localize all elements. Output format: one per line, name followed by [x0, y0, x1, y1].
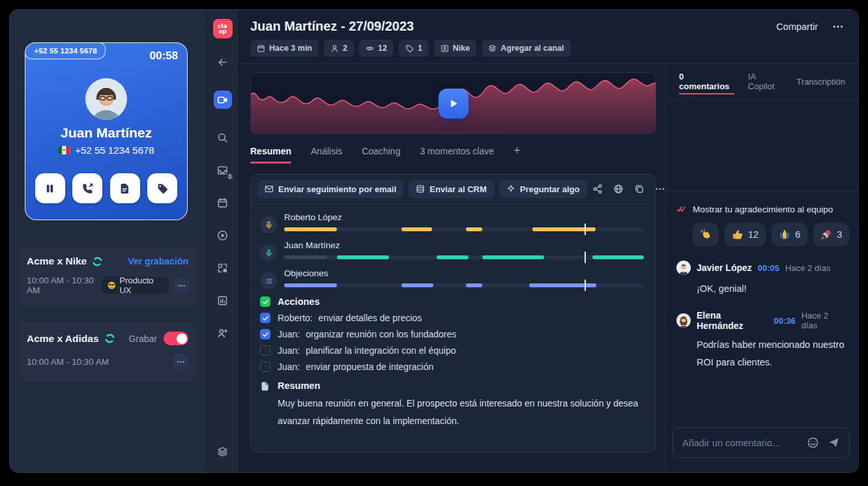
pause-call-button[interactable] [35, 173, 65, 203]
panel-tab-0-comentarios[interactable]: 0 comentarios [679, 64, 734, 99]
record-toggle[interactable] [164, 332, 188, 345]
reaction-button[interactable]: 6 [772, 223, 807, 246]
checkbox-checked[interactable] [260, 329, 270, 339]
mic-icon [265, 221, 273, 229]
speaker-timeline: Roberto López [260, 212, 644, 233]
document-icon [260, 381, 270, 392]
meta-chip[interactable]: Hace 3 min [250, 40, 319, 57]
comment-input[interactable] [682, 438, 798, 448]
share-button[interactable]: Compartir [776, 21, 818, 32]
tab-3-momentos-clave[interactable]: 3 momentos clave [420, 146, 494, 164]
timeline-segment [284, 227, 337, 231]
recording-content: ResumenAnálisisCoaching3 momentos clave+… [239, 64, 665, 472]
comments-panel: 0 comentariosIA CopilotTranscriptión Mos… [665, 64, 858, 472]
timeline-playhead[interactable] [585, 223, 586, 235]
meta-chip[interactable]: 2 [324, 40, 354, 57]
play-button[interactable] [439, 89, 469, 119]
timeline-playhead[interactable] [585, 251, 586, 263]
checklist-item-owner: Juan: [278, 329, 300, 339]
panel-tab-ia-copilot[interactable]: IA Copilot [748, 64, 783, 99]
comment-timestamp[interactable]: 00:05 [758, 263, 779, 273]
list-icon [265, 277, 273, 285]
tab-análisis[interactable]: Análisis [311, 146, 342, 164]
layers-icon [217, 446, 228, 457]
checklist-item-owner: Juan: [278, 345, 300, 356]
checkbox-unchecked[interactable] [260, 345, 270, 356]
tag-call-button[interactable] [147, 173, 177, 203]
sidebar-item-recordings[interactable] [214, 91, 232, 109]
timeline-body: Objeciones [284, 268, 644, 289]
checkbox-checked-green[interactable] [260, 296, 270, 307]
bar-chart-icon [217, 295, 228, 306]
sidebar-item-invite-member[interactable] [214, 324, 232, 342]
checkbox-checked[interactable] [260, 313, 270, 323]
reaction-button[interactable] [693, 223, 719, 246]
sunglasses-emoji-icon [108, 281, 116, 290]
database-icon [416, 184, 425, 193]
meta-chip[interactable]: 12 [359, 40, 394, 57]
reaction-button[interactable]: 12 [725, 223, 766, 246]
meeting-menu-button[interactable] [173, 354, 188, 369]
record-label: Grabar [128, 334, 157, 344]
claap-logo[interactable]: cla ap [213, 19, 233, 38]
panel-tab-transcriptión[interactable]: Transcriptión [796, 64, 845, 99]
send-comment-icon[interactable] [828, 436, 840, 449]
comment-composer [673, 427, 850, 458]
thumbsup-emoji-icon [732, 229, 744, 240]
more-options-icon[interactable] [832, 21, 844, 33]
transfer-call-button[interactable] [72, 173, 102, 203]
ellipsis-icon [177, 358, 185, 366]
ellipsis-icon[interactable] [655, 184, 665, 194]
page-title: Juan Martínez - 27/09/2023 [250, 19, 414, 34]
timeline-playhead[interactable] [585, 279, 586, 291]
tag-filled-icon [156, 182, 169, 195]
timeline-segment [466, 227, 482, 231]
chip-label: 2 [343, 44, 347, 53]
sidebar-item-search[interactable] [214, 128, 232, 147]
double-check-icon [676, 204, 687, 214]
timeline-segment [532, 227, 596, 231]
comment-timestamp[interactable]: 00:36 [774, 316, 795, 326]
check-icon [262, 315, 269, 322]
sidebar-item-inbox[interactable]: 3 [214, 161, 232, 179]
meta-chip[interactable]: Nike [434, 40, 476, 57]
timeline-track[interactable] [284, 283, 644, 287]
timeline-icon-wrap [260, 272, 277, 289]
reaction-button[interactable]: 3 [813, 223, 849, 246]
toolbar-button[interactable]: Preguntar algo [499, 180, 587, 198]
globe-icon[interactable] [613, 184, 624, 194]
call-panel: +52 55 1234 5678 00:58 Juan Martínez +52… [10, 10, 207, 472]
comment-author: Elena Hernández [697, 310, 768, 331]
channel-icon [488, 44, 497, 53]
sidebar-item-player[interactable] [214, 226, 232, 244]
toolbar-button[interactable]: Enviar seguimiento por email [257, 180, 403, 198]
sidebar-item-library[interactable] [214, 442, 232, 461]
meta-chip[interactable]: Agregar al canal [482, 40, 570, 57]
sidebar-item-analytics[interactable] [214, 291, 232, 309]
timeline-track[interactable] [284, 227, 644, 231]
view-recording-link[interactable]: Ver grabación [128, 256, 188, 266]
sidebar-item-back[interactable] [214, 53, 232, 71]
meeting-menu-button[interactable] [174, 278, 188, 293]
speaker-name: Roberto López [284, 212, 644, 222]
copy-icon[interactable] [634, 184, 644, 194]
comment-header: Javier López00:05Hace 2 días [676, 261, 845, 275]
comment-age: Hace 2 días [785, 263, 830, 273]
sidebar-item-calendar[interactable] [214, 193, 232, 212]
back-arrow-icon [217, 57, 228, 68]
toolbar-button[interactable]: Enviar al CRM [409, 180, 493, 198]
tab-resumen[interactable]: Resumen [250, 146, 291, 164]
add-tab-button[interactable]: + [514, 145, 521, 156]
chip-label: 1 [418, 44, 422, 53]
emoji-picker-icon[interactable] [807, 436, 819, 449]
sidebar-item-workspace[interactable] [214, 259, 232, 277]
meta-chip[interactable]: 1 [399, 40, 429, 57]
timeline-segment [337, 255, 388, 259]
mail-icon [265, 184, 274, 193]
timeline-track[interactable] [284, 255, 644, 259]
call-notes-button[interactable] [110, 173, 140, 203]
checkbox-unchecked[interactable] [260, 362, 270, 372]
tab-coaching[interactable]: Coaching [362, 146, 400, 164]
share-nodes-icon[interactable] [592, 184, 603, 194]
timeline-body: Juan Martínez [284, 240, 644, 261]
